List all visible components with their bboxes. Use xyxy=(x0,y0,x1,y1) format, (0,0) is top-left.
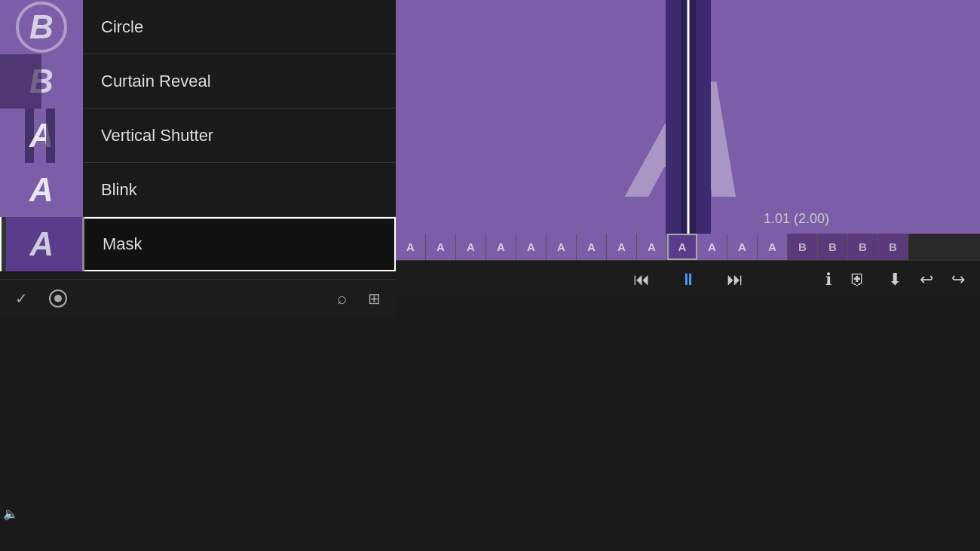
frame-b-1: B xyxy=(788,234,818,260)
frame-a-1: A xyxy=(396,234,426,260)
timeline-area: 3.03 Selected: Soft Wipe Right Start: 1.… xyxy=(0,298,980,551)
frame-b-2: B xyxy=(818,234,848,260)
frame-a-11: A xyxy=(727,234,758,260)
frame-a-2: A xyxy=(426,234,456,260)
transition-item-circle[interactable]: B Circle xyxy=(0,0,396,54)
frame-b-3: B xyxy=(848,234,878,260)
next-button[interactable]: ⏭ xyxy=(727,270,743,289)
blink-thumb: A xyxy=(0,163,83,217)
record-icon[interactable] xyxy=(49,289,67,308)
circle-label: Circle xyxy=(83,17,143,37)
grid-icon[interactable]: ⊞ xyxy=(368,289,381,308)
blink-label: Blink xyxy=(83,180,137,200)
time-indicator: 1.01 (2.00) xyxy=(764,211,829,227)
vertical-shutter-label: Vertical Shutter xyxy=(83,126,213,145)
mask-thumb: A xyxy=(2,217,84,271)
undo-icon[interactable]: ↩ xyxy=(920,270,933,289)
frame-a-10: A xyxy=(697,234,727,260)
info-icon[interactable]: ℹ xyxy=(825,270,831,289)
frame-a-9: A xyxy=(637,234,667,260)
curtain-thumb-letter: B xyxy=(29,63,54,100)
curtain-reveal-label: Curtain Reveal xyxy=(83,72,211,91)
play-pause-button[interactable]: ⏸ xyxy=(680,270,697,289)
check-icon[interactable]: ✓ xyxy=(15,289,28,308)
timeline-frame-labels: A A A A A A A A A A A A A B B B B xyxy=(396,234,980,260)
circle-thumb-letter: B xyxy=(29,8,54,46)
shield-icon[interactable]: ⛨ xyxy=(850,270,866,289)
frame-a-3: A xyxy=(456,234,486,260)
transition-item-vertical-shutter[interactable]: A Vertical Shutter xyxy=(0,109,396,163)
frame-a-5: A xyxy=(516,234,547,260)
preview-right-icons: ⬇ ↩ ↪ xyxy=(888,270,965,289)
frame-a-8: A xyxy=(607,234,637,260)
transition-item-curtain-reveal[interactable]: B Curtain Reveal xyxy=(0,54,396,109)
preview-controls: ℹ ⛨ ⏮ ⏸ ⏭ ⬇ ↩ ↪ xyxy=(396,260,980,298)
search-icon[interactable]: ⌕ xyxy=(337,289,347,308)
download-icon[interactable]: ⬇ xyxy=(888,270,902,289)
frame-a-active: A xyxy=(667,234,697,260)
mask-label: Mask xyxy=(84,234,142,254)
shutter-thumb: A xyxy=(0,109,83,163)
curtain-thumb: B xyxy=(0,54,83,109)
left-toolbar: ✓ ⌕ ⊞ xyxy=(0,279,396,317)
frame-b-4: B xyxy=(878,234,908,260)
transition-list-panel: B Circle B Curtain Reveal A Vertical Shu… xyxy=(0,0,396,279)
frame-a-7: A xyxy=(577,234,607,260)
frame-a-12: A xyxy=(758,234,788,260)
mask-thumb-letter: A xyxy=(30,225,54,263)
circle-thumb: B xyxy=(0,0,83,54)
transition-item-blink[interactable]: A Blink xyxy=(0,163,396,217)
frame-a-6: A xyxy=(547,234,577,260)
transition-item-mask[interactable]: A Mask xyxy=(0,217,396,271)
redo-icon[interactable]: ↪ xyxy=(951,270,965,289)
frame-a-4: A xyxy=(486,234,516,260)
preview-info-icons: ℹ ⛨ xyxy=(825,270,866,289)
prev-button[interactable]: ⏮ xyxy=(633,270,650,289)
master-volume-icon[interactable]: 🔈 xyxy=(3,507,18,521)
time-display: 1.01 (2.00) xyxy=(764,211,829,226)
shutter-thumb-letter: A xyxy=(29,117,54,155)
blink-thumb-letter: A xyxy=(29,171,54,209)
